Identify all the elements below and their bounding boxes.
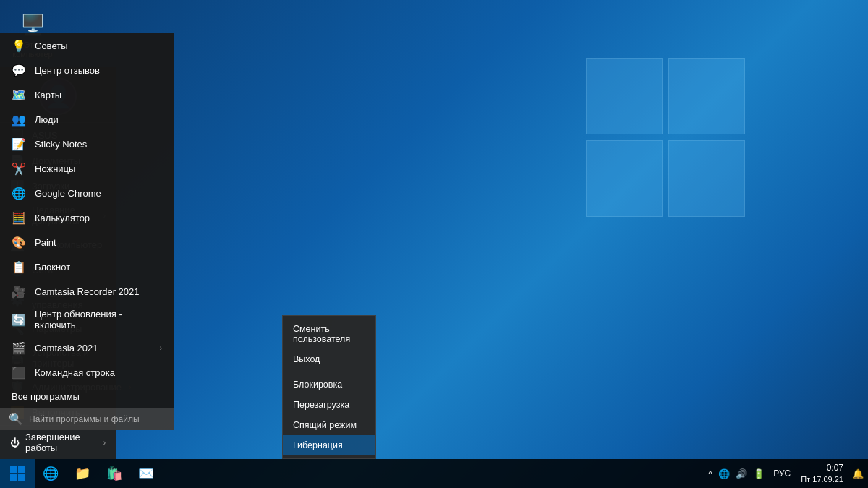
restart-label: Перезагрузка [293,400,349,410]
windows-logo-icon [10,466,25,481]
edge-taskbar-icon: 🌐 [43,466,59,481]
taskbar-store[interactable]: 🛍️ [98,459,130,488]
search-input[interactable] [29,414,165,424]
power-icon: ⏻ [10,437,20,448]
start-button[interactable] [0,459,35,488]
menu-item-camtasia-rec[interactable]: 🎥 Camtasia Recorder 2021 [0,279,174,304]
lock-label: Блокировка [293,380,342,390]
svg-rect-2 [10,474,17,481]
sticky-label: Sticky Notes [35,139,87,150]
search-icon: 🔍 [9,412,23,426]
menu-item-tips[interactable]: 💡 Советы [0,33,174,58]
sleep-label: Спящий режим [293,420,357,430]
cmd-label: Командная строка [35,367,115,378]
svg-rect-0 [10,466,17,473]
taskbar-explorer[interactable]: 📁 [67,459,98,488]
menu-item-paint[interactable]: 🎨 Paint [0,230,174,254]
taskbar: 🌐 📁 🛍️ ✉️ ^ 🌐 🔊 🔋 РУС 0:07 Пт 17.09.21 🔔 [0,459,868,488]
maps-label: Карты [35,90,61,100]
mail-taskbar-icon: ✉️ [138,466,154,481]
windows-watermark [586,58,752,224]
menu-item-notepad[interactable]: 📋 Блокнот [0,254,174,279]
taskbar-edge[interactable]: 🌐 [35,459,67,488]
chrome-icon: 🌐 [12,186,26,200]
svg-rect-3 [18,474,25,481]
battery-tray-icon[interactable]: 🔋 [752,467,766,481]
shutdown-restart[interactable]: Перезагрузка [283,395,375,415]
shutdown-submenu: Сменить пользователя Выход Блокировка Пе… [282,315,376,459]
maps-icon: 🗺️ [12,87,26,102]
camtasia-icon: 🎬 [12,341,26,355]
taskbar-mail[interactable]: ✉️ [130,459,162,488]
sticky-icon: 📝 [12,137,26,151]
camtasia-label: Camtasia 2021 [35,343,98,354]
clock-time: 0:07 [801,462,843,474]
svg-rect-1 [18,466,25,473]
paint-label: Paint [35,237,56,248]
shutdown-sleep[interactable]: Спящий режим [283,415,375,435]
menu-item-maps[interactable]: 🗺️ Карты [0,82,174,107]
taskbar-right: ^ 🌐 🔊 🔋 РУС 0:07 Пт 17.09.21 🔔 [704,462,868,485]
start-menu-container: 💡 Советы 💬 Центр отзывов 🗺️ Карты 👥 Люди… [0,67,116,459]
shutdown-button[interactable]: ⏻ Завершение работы › [0,425,116,459]
shutdown-lock[interactable]: Блокировка [283,374,375,395]
start-menu-list: 💡 Советы 💬 Центр отзывов 🗺️ Карты 👥 Люди… [0,33,174,385]
calc-icon: 🧮 [12,210,26,225]
taskbar-clock[interactable]: 0:07 Пт 17.09.21 [795,462,849,485]
shutdown-switch-user[interactable]: Сменить пользователя [283,319,375,349]
logout-label: Выход [293,354,320,364]
menu-item-camtasia[interactable]: 🎬 Camtasia 2021 › [0,335,174,360]
menu-item-feedback[interactable]: 💬 Центр отзывов [0,58,174,82]
network-tray-icon[interactable]: 🌐 [717,467,731,481]
explorer-taskbar-icon: 📁 [75,466,90,481]
notepad-label: Блокнот [35,262,70,273]
menu-item-people[interactable]: 👥 Люди [0,107,174,132]
menu-item-calc[interactable]: 🧮 Калькулятор [0,205,174,230]
hibernate-label: Гибернация [293,440,343,450]
notification-area: ^ 🌐 🔊 🔋 [704,467,769,481]
menu-item-sticky[interactable]: 📝 Sticky Notes [0,132,174,156]
tips-icon: 💡 [12,38,26,53]
shutdown-hibernate[interactable]: Гибернация [283,435,375,455]
notification-icon[interactable]: 🔔 [851,467,865,481]
scissors-icon: ✂️ [12,161,26,176]
search-bar[interactable]: 🔍 [0,408,174,430]
tips-label: Советы [35,40,67,51]
start-menu: 💡 Советы 💬 Центр отзывов 🗺️ Карты 👥 Люди… [0,33,174,430]
update-label: Центр обновления - включить [35,309,162,330]
paint-icon: 🎨 [12,235,26,249]
menu-item-scissors[interactable]: ✂️ Ножницы [0,156,174,181]
chrome-label: Google Chrome [35,188,101,199]
camtasia-arrow: › [160,344,162,352]
desktop: 🖥️ Этот компьютер 🗑️ Корзина 🌐 💡 Советы … [0,0,868,488]
shutdown-divider-1 [283,372,375,372]
all-programs-label: Все программы [12,391,80,402]
update-icon: 🔄 [12,312,26,327]
switch-user-label: Сменить пользователя [293,324,350,344]
sound-tray-icon[interactable]: 🔊 [734,467,749,481]
camtasia-rec-label: Camtasia Recorder 2021 [35,286,140,297]
feedback-label: Центр отзывов [35,65,100,76]
all-programs[interactable]: Все программы [0,385,174,408]
people-icon: 👥 [12,112,26,127]
store-taskbar-icon: 🛍️ [106,466,122,481]
clock-date: Пт 17.09.21 [801,474,843,485]
notepad-icon: 📋 [12,260,26,274]
calc-label: Калькулятор [35,213,90,223]
scissors-label: Ножницы [35,163,75,174]
cmd-icon: ⬛ [12,365,26,380]
expand-tray-icon[interactable]: ^ [707,467,714,481]
shutdown-logout[interactable]: Выход [283,349,375,369]
shutdown-label: Завершение работы [25,432,98,453]
people-label: Люди [35,114,59,125]
menu-item-chrome[interactable]: 🌐 Google Chrome [0,181,174,205]
feedback-icon: 💬 [12,63,26,77]
language-indicator[interactable]: РУС [770,468,793,479]
menu-item-cmd[interactable]: ⬛ Командная строка [0,360,174,385]
menu-item-update[interactable]: 🔄 Центр обновления - включить [0,304,174,335]
shutdown-arrow: › [103,439,106,447]
camtasia-rec-icon: 🎥 [12,284,26,299]
